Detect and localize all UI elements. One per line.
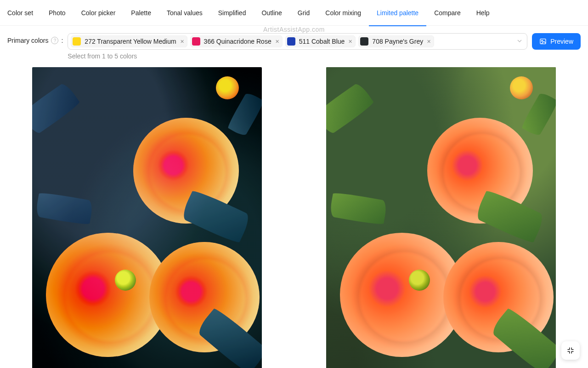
color-tag: 511 Cobalt Blue ✕ [285,35,356,47]
color-tag: 366 Quinacridone Rose ✕ [190,35,283,47]
limited-palette-preview [32,67,262,368]
svg-rect-0 [540,39,546,44]
color-tag-label: 708 Payne's Grey [372,38,423,45]
primary-colors-label: Primary colors [7,37,48,44]
tab-compare[interactable]: Compare [434,0,461,26]
tab-color-picker[interactable]: Color picker [81,0,116,26]
color-tag-label: 366 Quinacridone Rose [204,38,271,45]
close-icon[interactable]: ✕ [348,39,352,45]
collapse-icon [566,346,575,355]
color-tag: 272 Transparent Yellow Medium ✕ [71,35,187,47]
color-swatch-icon [360,37,368,46]
tab-palette[interactable]: Palette [131,0,151,26]
comparison-area [0,67,588,368]
tab-grid[interactable]: Grid [298,0,310,26]
tab-outline[interactable]: Outline [261,0,282,26]
close-icon[interactable]: ✕ [275,39,279,45]
tab-photo[interactable]: Photo [49,0,66,26]
primary-colors-select[interactable]: 272 Transparent Yellow Medium ✕ 366 Quin… [68,33,527,50]
color-swatch-icon [192,37,200,46]
help-icon[interactable]: ? [51,37,58,44]
close-icon[interactable]: ✕ [180,39,184,45]
chevron-down-icon[interactable] [517,38,522,45]
color-tag-label: 511 Cobalt Blue [299,38,345,45]
top-nav: Color set Photo Color picker Palette Ton… [0,0,588,26]
exit-fullscreen-button[interactable] [561,341,580,360]
preview-button[interactable]: Preview [532,33,581,50]
preview-button-label: Preview [550,38,573,45]
close-icon[interactable]: ✕ [427,39,431,45]
original-photo [326,67,556,368]
color-swatch-icon [287,37,295,46]
tab-tonal-values[interactable]: Tonal values [167,0,203,26]
tab-help[interactable]: Help [476,0,490,26]
svg-point-1 [542,40,543,41]
primary-colors-row: Primary colors ? : 272 Transparent Yello… [0,26,588,67]
color-tag: 708 Payne's Grey ✕ [358,35,434,47]
tab-simplified[interactable]: Simplified [218,0,246,26]
tab-limited-palette[interactable]: Limited palette [377,0,418,26]
select-hint: Select from 1 to 5 colors [68,52,527,60]
color-tag-label: 272 Transparent Yellow Medium [85,38,176,45]
color-swatch-icon [73,37,81,46]
tab-color-set[interactable]: Color set [7,0,33,26]
image-icon [539,38,547,45]
tab-color-mixing[interactable]: Color mixing [325,0,361,26]
